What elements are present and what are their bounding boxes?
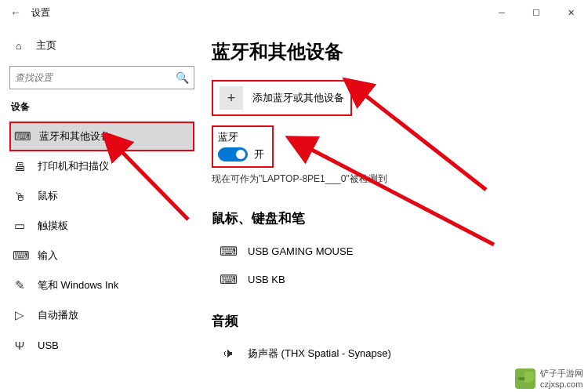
sidebar-item-typing[interactable]: ⌨ 输入 — [9, 241, 194, 270]
sidebar-item-mouse[interactable]: 🖱 鼠标 — [9, 181, 194, 211]
watermark-logo — [515, 368, 535, 389]
sidebar-item-label: 自动播放 — [38, 308, 78, 322]
search-box[interactable]: 🔍 — [9, 66, 194, 89]
device-name: USB GAMING MOUSE — [248, 245, 353, 257]
devices-icon: ⌨ — [14, 129, 28, 143]
home-link[interactable]: ⌂ 主页 — [9, 31, 194, 60]
group-heading-input: 鼠标、键盘和笔 — [212, 209, 569, 227]
plus-icon: + — [220, 86, 243, 110]
home-label: 主页 — [36, 38, 56, 53]
bluetooth-state: 开 — [254, 147, 264, 162]
bluetooth-label: 蓝牙 — [218, 130, 264, 144]
sidebar-item-label: 输入 — [38, 249, 58, 263]
back-button[interactable]: ← — [6, 3, 25, 22]
sidebar-item-autoplay[interactable]: ▷ 自动播放 — [9, 300, 194, 330]
device-name: USB KB — [248, 274, 285, 285]
sidebar-item-label: 鼠标 — [38, 189, 58, 203]
home-icon: ⌂ — [13, 40, 25, 52]
typing-icon: ⌨ — [13, 249, 27, 263]
bluetooth-toggle-group: 蓝牙 开 — [212, 125, 274, 168]
sidebar-item-label: 打印机和扫描仪 — [38, 159, 109, 173]
search-icon: 🔍 — [176, 71, 189, 84]
sidebar-item-pen[interactable]: ✎ 笔和 Windows Ink — [9, 270, 194, 300]
close-button[interactable]: ✕ — [554, 0, 588, 25]
sidebar-item-touchpad[interactable]: ▭ 触摸板 — [9, 211, 194, 241]
add-device-label: 添加蓝牙或其他设备 — [252, 91, 344, 105]
device-name: 扬声器 (THX Spatial - Synapse) — [248, 347, 391, 361]
page-title: 蓝牙和其他设备 — [212, 39, 569, 64]
sidebar: ⌂ 主页 🔍 设备 ⌨ 蓝牙和其他设备 🖶 打印机和扫描仪 🖱 鼠标 ▭ — [0, 25, 204, 392]
minimize-button[interactable]: ─ — [485, 0, 519, 25]
search-input[interactable] — [15, 72, 176, 83]
sidebar-item-usb[interactable]: Ψ USB — [9, 330, 194, 360]
sidebar-item-label: 蓝牙和其他设备 — [39, 129, 111, 143]
group-heading-audio: 音频 — [212, 312, 569, 330]
sidebar-item-label: 笔和 Windows Ink — [38, 278, 118, 292]
title-bar: ← 设置 ─ ☐ ✕ — [0, 0, 588, 25]
autoplay-icon: ▷ — [13, 308, 27, 322]
sidebar-item-label: 触摸板 — [38, 219, 68, 233]
touchpad-icon: ▭ — [13, 219, 27, 233]
pen-icon: ✎ — [13, 278, 27, 292]
usb-icon: Ψ — [13, 339, 27, 352]
keyboard-icon: ⌨ — [220, 244, 237, 259]
content-pane: 蓝牙和其他设备 + 添加蓝牙或其他设备 蓝牙 开 现在可作为"LAPTOP-8P… — [204, 25, 588, 392]
printer-icon: 🖶 — [13, 160, 27, 173]
sidebar-section-label: 设备 — [11, 100, 194, 114]
device-item[interactable]: ⌨ USB KB — [212, 265, 569, 293]
svg-line-2 — [306, 147, 494, 245]
discoverable-text: 现在可作为"LAPTOP-8PE1___0"被检测到 — [212, 172, 569, 186]
watermark: 铲子手游网 czjxsp.com — [515, 368, 583, 389]
keyboard-icon: ⌨ — [220, 272, 237, 287]
maximize-button[interactable]: ☐ — [519, 0, 554, 25]
watermark-url: czjxsp.com — [540, 379, 583, 389]
window-title: 设置 — [31, 6, 50, 20]
mouse-icon: 🖱 — [13, 190, 27, 203]
sidebar-item-printers[interactable]: 🖶 打印机和扫描仪 — [9, 151, 194, 181]
add-device-button[interactable]: + 添加蓝牙或其他设备 — [212, 80, 352, 116]
sidebar-item-label: USB — [38, 339, 59, 351]
device-item[interactable]: 🕩 扬声器 (THX Spatial - Synapse) — [212, 339, 569, 368]
watermark-name: 铲子手游网 — [540, 368, 583, 379]
bluetooth-toggle[interactable] — [218, 147, 248, 162]
sidebar-item-bluetooth[interactable]: ⌨ 蓝牙和其他设备 — [9, 122, 194, 151]
device-item[interactable]: ⌨ USB GAMING MOUSE — [212, 237, 569, 265]
speaker-icon: 🕩 — [220, 347, 237, 361]
